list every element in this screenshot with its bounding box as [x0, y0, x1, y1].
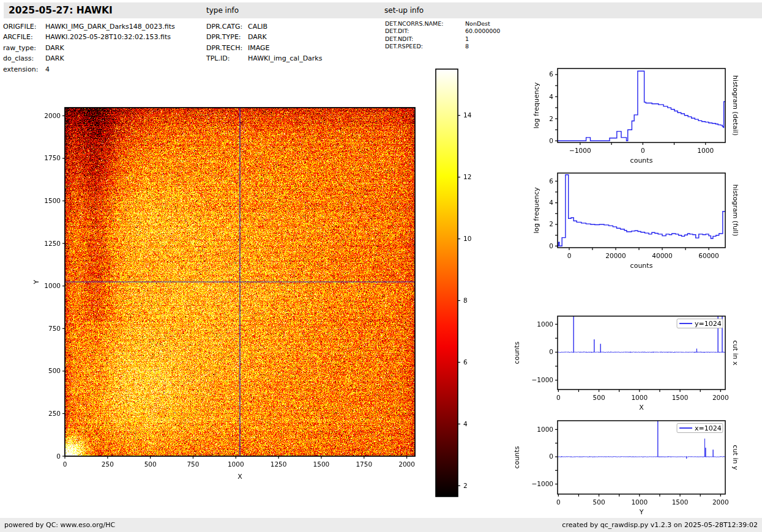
field-label: DET.RSPEED:: [385, 43, 465, 50]
y-ticks: −100001000: [531, 320, 558, 383]
hist-full-plot: 02000040000600000246countslog frequencyh…: [532, 173, 739, 270]
field-label: DPR.TECH:: [206, 43, 248, 53]
svg-text:4: 4: [549, 93, 553, 100]
setup-info-row: DET.NCORRS.NAME:NonDest: [385, 20, 500, 28]
field-value: 4: [45, 64, 50, 75]
svg-text:4: 4: [549, 199, 553, 206]
field-value: HAWKI_IMG_DARK_Darks148_0023.fits: [45, 21, 175, 32]
svg-text:1500: 1500: [44, 197, 61, 204]
svg-text:1750: 1750: [356, 460, 372, 468]
svg-text:0: 0: [56, 453, 61, 460]
svg-text:0: 0: [549, 242, 553, 249]
svg-text:0: 0: [556, 498, 561, 506]
field-value: DARK: [45, 43, 64, 53]
field-label: DET.NDIT:: [385, 35, 465, 43]
svg-text:1750: 1750: [44, 154, 61, 161]
y-axis-label: log frequency: [532, 82, 540, 128]
field-label: DPR.CATG:: [206, 21, 248, 32]
hist-detail-series: [558, 71, 725, 141]
field-label: DPR.TYPE:: [206, 32, 248, 42]
colorbar: 2468101214: [436, 69, 472, 497]
field-value: CALIB: [248, 21, 267, 32]
svg-text:40000: 40000: [652, 252, 672, 259]
type-info-row: DPR.TYPE:DARK: [206, 32, 322, 42]
svg-text:1250: 1250: [271, 460, 287, 468]
y-axis-label: counts: [513, 446, 521, 468]
svg-text:500: 500: [593, 498, 605, 506]
field-label: DET.DIT:: [385, 28, 465, 35]
svg-text:6: 6: [549, 70, 553, 78]
main-x-axis-label: X: [237, 473, 242, 481]
svg-text:10: 10: [463, 235, 471, 242]
field-label: extension:: [3, 64, 45, 75]
field-value: HAWKI.2025-05-28T10:32:02.153.fits: [45, 32, 171, 42]
x-axis-label: counts: [630, 157, 653, 164]
svg-text:−1000: −1000: [569, 147, 591, 154]
x-ticks: 0200004000060000: [567, 248, 719, 259]
svg-text:1000: 1000: [537, 426, 553, 433]
cut-x-plot: 0500100015002000−100001000Xcountscut in …: [513, 314, 739, 412]
y-axis-label: counts: [513, 341, 521, 364]
main-y-axis-label: Y: [32, 279, 40, 284]
field-label: ORIGFILE:: [3, 21, 45, 32]
svg-text:250: 250: [48, 410, 61, 417]
svg-text:0: 0: [641, 147, 645, 154]
x-ticks: −100001000: [569, 142, 714, 154]
file-info-row: ORIGFILE:HAWKI_IMG_DARK_Darks148_0023.fi…: [3, 21, 175, 32]
svg-text:2000: 2000: [712, 498, 729, 506]
main-y-ticks: 025050075010001250150017502000: [44, 112, 65, 460]
file-info-row: raw_type:DARK: [3, 43, 175, 53]
svg-text:1000: 1000: [228, 460, 244, 468]
svg-text:2: 2: [549, 220, 553, 227]
type-info-row: DPR.CATG:CALIB: [206, 21, 322, 32]
svg-text:−1000: −1000: [531, 480, 553, 487]
svg-text:0: 0: [549, 453, 553, 460]
svg-text:2000: 2000: [44, 112, 61, 119]
field-value: IMAGE: [248, 43, 270, 53]
detector-image: [65, 108, 415, 456]
file-info-row: do_class:DARK: [3, 53, 175, 64]
footer-right-text: created by qc_rawdisp.py v1.2.3 on 2025-…: [562, 518, 758, 532]
setup-info-heading: set-up info: [384, 2, 424, 18]
page-title: 2025-05-27: HAWKI: [9, 2, 113, 18]
header-bar: 2025-05-27: HAWKI type info set-up info: [4, 2, 762, 18]
setup-info-row: DET.DIT:60.0000000: [385, 28, 500, 35]
svg-text:6: 6: [549, 177, 553, 185]
setup-info-row: DET.RSPEED:8: [385, 43, 500, 50]
svg-text:500: 500: [593, 394, 605, 401]
type-info-table: DPR.CATG:CALIB DPR.TYPE:DARK DPR.TECH:IM…: [206, 18, 322, 64]
svg-text:0: 0: [567, 252, 572, 259]
svg-text:−1000: −1000: [531, 376, 553, 383]
cut-x-series: [558, 314, 725, 353]
field-label: ARCFILE:: [3, 32, 45, 42]
y-ticks: −100001000: [531, 426, 558, 487]
hist-detail-plot: −1000010000246countslog frequencyhistogr…: [532, 68, 739, 164]
x-axis-label: X: [639, 404, 644, 412]
svg-text:0: 0: [63, 460, 67, 468]
svg-text:1000: 1000: [697, 147, 714, 154]
legend-label: x=1024: [695, 424, 722, 432]
svg-text:0: 0: [549, 137, 553, 144]
type-info-heading: type info: [206, 2, 239, 18]
legend: y=1024: [677, 319, 723, 328]
svg-text:2000: 2000: [398, 460, 415, 468]
file-info-row: ARCFILE:HAWKI.2025-05-28T10:32:02.153.fi…: [3, 32, 175, 42]
setup-info-table: DET.NCORRS.NAME:NonDest DET.DIT:60.00000…: [385, 18, 500, 50]
x-ticks: 0500100015002000: [556, 390, 729, 401]
y-axis-label: log frequency: [532, 187, 540, 234]
type-info-row: DPR.TECH:IMAGE: [206, 43, 322, 53]
svg-text:12: 12: [463, 173, 471, 180]
svg-text:1000: 1000: [631, 498, 648, 506]
field-label: TPL.ID:: [206, 53, 248, 64]
svg-text:750: 750: [48, 325, 61, 332]
svg-text:0: 0: [549, 348, 553, 355]
svg-text:2: 2: [549, 115, 553, 122]
field-value: HAWKI_img_cal_Darks: [248, 53, 322, 64]
svg-text:1250: 1250: [44, 240, 61, 247]
svg-text:1000: 1000: [537, 320, 553, 328]
file-info-table: ORIGFILE:HAWKI_IMG_DARK_Darks148_0023.fi…: [3, 18, 175, 75]
legend-label: y=1024: [695, 320, 722, 328]
field-value: NonDest: [465, 20, 490, 28]
file-info-row: extension:4: [3, 64, 175, 75]
svg-text:20000: 20000: [605, 252, 626, 259]
